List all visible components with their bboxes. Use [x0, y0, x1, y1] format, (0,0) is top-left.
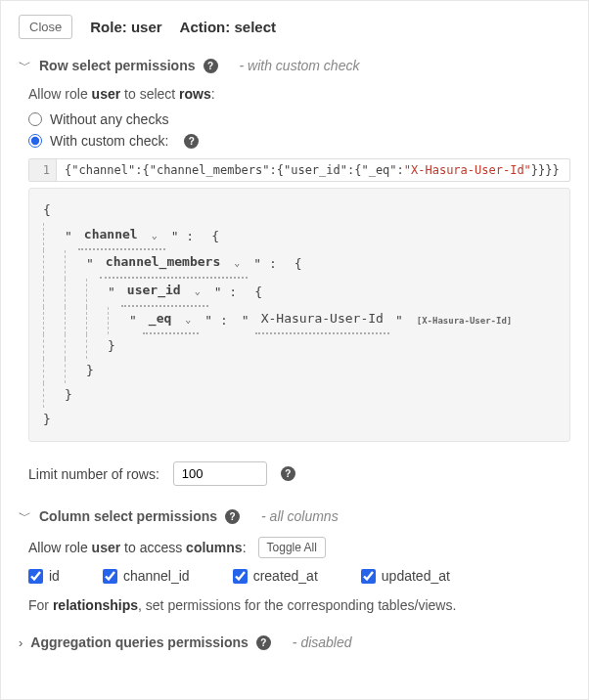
header-role: Role: user — [90, 19, 161, 35]
toggle-all-button[interactable]: Toggle All — [258, 537, 326, 558]
column-checkbox-group: id channel_id created_at updated_at — [28, 568, 570, 584]
code-gutter: 1 — [29, 159, 57, 181]
chevron-down-icon: ⌄ — [152, 226, 158, 244]
column-checkbox-id[interactable]: id — [28, 568, 60, 584]
column-checkbox-channel-id[interactable]: channel_id — [103, 568, 190, 584]
help-icon[interactable]: ? — [281, 466, 295, 481]
tree-value-input[interactable]: X-Hasura-User-Id — [255, 307, 389, 335]
code-line[interactable]: 1 {"channel":{"channel_members":{"user_i… — [28, 158, 570, 182]
radio-with-input[interactable] — [28, 134, 42, 148]
tree-key-user-id[interactable]: user_id⌄ — [121, 279, 208, 307]
radio-without-input[interactable] — [28, 112, 42, 126]
permissions-header: Close Role: user Action: select — [19, 15, 570, 39]
row-permissions-toggle[interactable]: ﹀ Row select permissions ? - with custom… — [19, 57, 570, 74]
aggregation-permissions-note: - disabled — [293, 634, 352, 650]
tree-key-eq[interactable]: _eq⌄ — [143, 307, 200, 335]
help-icon[interactable]: ? — [184, 134, 199, 149]
limit-rows-row: Limit number of rows: ? — [28, 461, 570, 486]
aggregation-permissions-title: Aggregation queries permissions — [30, 634, 249, 650]
check-radio-group: Without any checks With custom check: ? — [28, 111, 570, 149]
aggregation-permissions-section: › Aggregation queries permissions ? - di… — [19, 634, 570, 650]
column-permissions-toggle[interactable]: ﹀ Column select permissions ? - all colu… — [19, 507, 570, 525]
aggregation-permissions-toggle[interactable]: › Aggregation queries permissions ? - di… — [19, 634, 570, 650]
relationships-hint: For relationships, set permissions for t… — [28, 597, 570, 613]
column-permissions-section: ﹀ Column select permissions ? - all colu… — [19, 507, 570, 613]
chevron-right-icon: › — [19, 635, 23, 650]
header-action: Action: select — [180, 19, 276, 35]
chevron-down-icon: ﹀ — [19, 507, 31, 525]
chevron-down-icon: ⌄ — [195, 282, 201, 300]
row-permissions-note: - with custom check — [240, 58, 360, 73]
row-permissions-section: ﹀ Row select permissions ? - with custom… — [19, 57, 570, 486]
close-button[interactable]: Close — [19, 15, 72, 39]
column-checkbox-updated-at[interactable]: updated_at — [361, 568, 450, 584]
column-permissions-note: - all columns — [261, 508, 339, 524]
column-allow-text: Allow role user to access columns: — [28, 540, 247, 555]
help-icon[interactable]: ? — [225, 509, 240, 524]
code-content[interactable]: {"channel":{"channel_members":{"user_id"… — [57, 159, 567, 181]
tree-key-channel-members[interactable]: channel_members⌄ — [100, 250, 248, 279]
radio-with-custom-check[interactable]: With custom check: ? — [28, 133, 570, 149]
token-badge: [X-Hasura-User-Id] — [417, 313, 513, 329]
help-icon[interactable]: ? — [256, 635, 271, 650]
help-icon[interactable]: ? — [204, 59, 218, 73]
row-allow-text: Allow role user to select rows: — [28, 86, 570, 102]
chevron-down-icon: ⌄ — [234, 253, 240, 272]
custom-check-code: 1 {"channel":{"channel_members":{"user_i… — [28, 158, 570, 182]
custom-check-tree: { " channel⌄ " :{ " channel_members⌄ " :… — [28, 188, 570, 442]
row-permissions-title: Row select permissions — [39, 58, 196, 73]
chevron-down-icon: ⌄ — [185, 310, 191, 328]
chevron-down-icon: ﹀ — [19, 57, 31, 74]
radio-without-checks[interactable]: Without any checks — [28, 111, 570, 127]
column-permissions-title: Column select permissions — [39, 508, 217, 524]
limit-input[interactable] — [173, 461, 267, 486]
limit-label: Limit number of rows: — [28, 466, 159, 482]
tree-key-channel[interactable]: channel⌄ — [78, 223, 165, 251]
column-checkbox-created-at[interactable]: created_at — [233, 568, 318, 584]
